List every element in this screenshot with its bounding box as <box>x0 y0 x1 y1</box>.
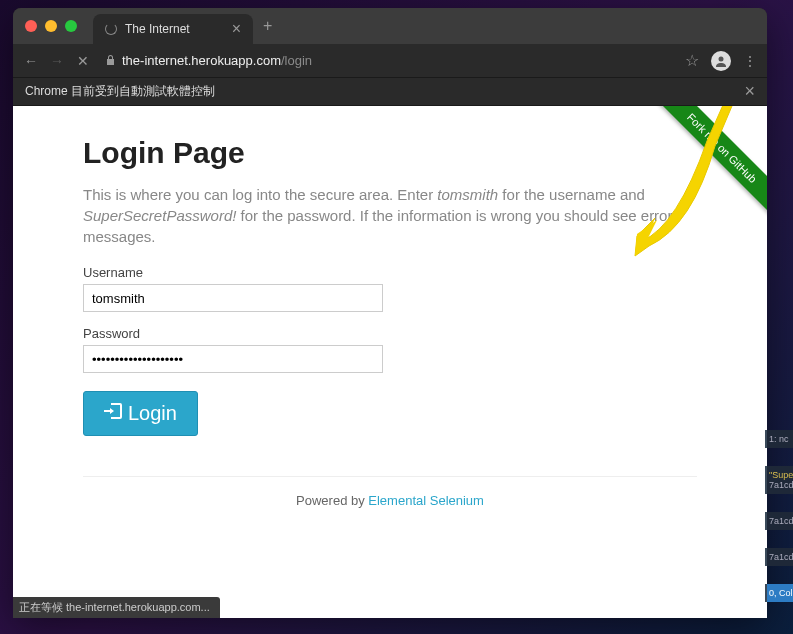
navigation-bar: ← → ✕ the-internet.herokuapp.com/login ☆… <box>13 44 767 78</box>
maximize-window-button[interactable] <box>65 20 77 32</box>
page-title: Login Page <box>83 136 697 170</box>
username-label: Username <box>83 265 697 280</box>
side-item: 1: nc <box>765 430 793 448</box>
automation-close-icon[interactable]: × <box>744 81 755 102</box>
profile-icon[interactable] <box>711 51 731 71</box>
browser-window: The Internet × + ← → ✕ the-internet.hero… <box>13 8 767 618</box>
new-tab-button[interactable]: + <box>263 17 272 35</box>
side-item: 7a1cd/ <box>765 512 793 530</box>
back-button[interactable]: ← <box>23 53 39 69</box>
tab-close-icon[interactable]: × <box>232 20 241 38</box>
side-item: 0, Col 3 <box>765 584 793 602</box>
login-button-label: Login <box>128 402 177 425</box>
background-editor-panel: 1: nc "Super7a1cd/ 7a1cd/ 7a1cd/ 0, Col … <box>765 430 793 602</box>
footer-link[interactable]: Elemental Selenium <box>368 493 484 508</box>
kebab-menu-icon[interactable]: ⋮ <box>743 53 757 69</box>
status-bar: 正在等候 the-internet.herokuapp.com... <box>13 597 220 618</box>
traffic-lights <box>25 20 77 32</box>
page-content: Fork me on GitHub Login Page This is whe… <box>13 106 767 618</box>
login-button[interactable]: Login <box>83 391 198 436</box>
bookmark-icon[interactable]: ☆ <box>685 51 699 70</box>
side-item: 7a1cd/ <box>765 548 793 566</box>
github-ribbon-label: Fork me on GitHub <box>646 106 767 224</box>
password-label: Password <box>83 326 697 341</box>
side-item: "Super7a1cd/ <box>765 466 793 494</box>
forward-button[interactable]: → <box>49 53 65 69</box>
nav-right-controls: ☆ ⋮ <box>685 51 757 71</box>
automation-message: Chrome 目前受到自動測試軟體控制 <box>25 83 215 100</box>
minimize-window-button[interactable] <box>45 20 57 32</box>
username-input[interactable] <box>83 284 383 312</box>
close-window-button[interactable] <box>25 20 37 32</box>
automation-info-bar: Chrome 目前受到自動測試軟體控制 × <box>13 78 767 106</box>
lock-icon <box>105 54 116 68</box>
title-bar: The Internet × + <box>13 8 767 44</box>
url-text: the-internet.herokuapp.com/login <box>122 53 312 68</box>
page-subtitle: This is where you can log into the secur… <box>83 184 697 247</box>
github-ribbon[interactable]: Fork me on GitHub <box>637 106 767 236</box>
password-input[interactable] <box>83 345 383 373</box>
page-footer: Powered by Elemental Selenium <box>83 476 697 508</box>
tab-title: The Internet <box>125 22 224 36</box>
loading-spinner-icon <box>105 23 117 35</box>
address-bar[interactable]: the-internet.herokuapp.com/login <box>101 53 675 68</box>
signin-icon <box>104 403 122 424</box>
stop-reload-button[interactable]: ✕ <box>75 53 91 69</box>
svg-point-0 <box>719 56 724 61</box>
footer-prefix: Powered by <box>296 493 368 508</box>
browser-tab[interactable]: The Internet × <box>93 14 253 44</box>
